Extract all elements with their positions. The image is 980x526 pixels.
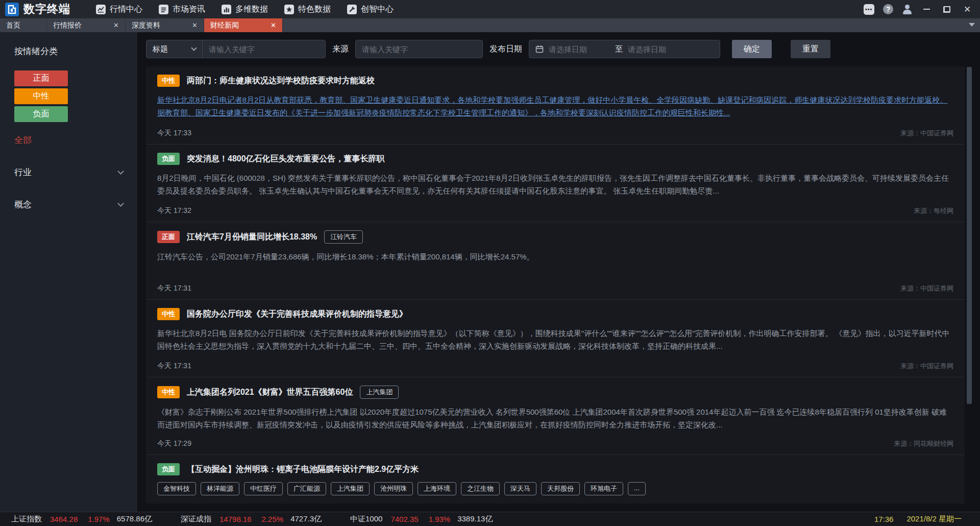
sentiment-filter-positive[interactable]: 正面	[14, 70, 68, 86]
menu-item-multidim-data[interactable]: 多维数据	[213, 0, 276, 18]
stock-tag[interactable]: 林洋能源	[201, 482, 239, 495]
news-title[interactable]: 江铃汽车7月份销量同比增长18.38%	[187, 232, 317, 243]
index-name: 上证指数	[11, 514, 42, 524]
news-body: 新华社北京8月2日电 国务院办公厅日前印发《关于完善科技成果评价机制的指导意见》…	[157, 327, 953, 352]
stock-tag[interactable]: 沧州明珠	[374, 482, 413, 495]
stock-tag[interactable]: 深天马	[504, 482, 536, 495]
news-item[interactable]: 负面 突发消息！4800亿石化巨头发布重要公告，董事长辞职 8月2日晚间，中国石…	[146, 144, 965, 222]
news-time: 今天 17:32	[157, 206, 191, 216]
menu-item-ai-center[interactable]: 创智中心	[339, 0, 402, 18]
stock-tag[interactable]: 之江生物	[461, 482, 500, 495]
index-change: 2.25%	[262, 515, 284, 523]
news-body-link[interactable]: 新华社北京8月2日电记者8月2日从教育部获悉，教育部、国家卫生健康委近日通知要求…	[157, 93, 953, 119]
app-title: 数字终端	[23, 2, 70, 17]
news-item[interactable]: 中性 两部门：师生健康状况达到学校防疫要求时方能返校 新华社北京8月2日电记者8…	[146, 66, 965, 144]
menu-item-market-news[interactable]: 市场资讯	[151, 0, 213, 18]
stock-tag[interactable]: 上海环境	[418, 482, 456, 495]
scrollbar-thumb[interactable]	[967, 67, 972, 404]
date-range-picker[interactable]: 至	[529, 40, 720, 58]
stock-tags-row: 金智科技 林洋能源 中红医疗 广汇能源 上汽集团 沧州明珠 上海环境 之江生物 …	[157, 482, 953, 495]
sentiment-filter-neutral[interactable]: 中性	[14, 88, 68, 104]
tab-quotes[interactable]: 行情报价 ✕	[47, 18, 126, 32]
sentiment-sidebar: 按情绪分类 正面 中性 负面 全部 行业 概念	[0, 32, 138, 512]
news-main-area: 标题 来源 发布日期 至 确定	[138, 32, 980, 512]
news-item[interactable]: 中性 上汽集团名列2021《财富》世界五百强第60位 上汽集团 《财富》杂志于刚…	[146, 377, 965, 455]
tab-close-icon[interactable]: ✕	[113, 21, 119, 29]
news-title[interactable]: 上汽集团名列2021《财富》世界五百强第60位	[187, 387, 353, 398]
index-shenzhen-component[interactable]: 深证成指 14798.16 2.25% 4727.3亿	[181, 514, 322, 524]
news-title[interactable]: 突发消息！4800亿石化巨头发布重要公告，董事长辞职	[187, 154, 385, 164]
news-item[interactable]: 中性 国务院办公厅印发《关于完善科技成果评价机制的指导意见》 新华社北京8月2日…	[146, 299, 965, 377]
sentiment-badge: 中性	[157, 75, 180, 87]
sentiment-badge: 正面	[157, 231, 180, 243]
news-title[interactable]: 【互动掘金】沧州明珠：锂离子电池隔膜年设计产能2.9亿平方米	[187, 464, 419, 475]
tab-home[interactable]: 首页	[0, 18, 47, 32]
source-input[interactable]	[356, 40, 482, 58]
chevron-down-icon	[117, 168, 124, 175]
menu-item-market-center[interactable]: 行情中心	[88, 0, 151, 18]
index-value: 3464.28	[50, 515, 78, 523]
reset-button[interactable]: 重置	[791, 40, 830, 58]
search-field-select[interactable]: 标题	[146, 40, 203, 58]
sidebar-section-industry[interactable]: 行业	[14, 166, 123, 178]
chevron-down-icon	[117, 200, 124, 207]
status-clock: 17:36	[874, 515, 894, 523]
sidebar-section-concept[interactable]: 概念	[14, 199, 123, 210]
news-time: 今天 17:29	[157, 439, 191, 448]
index-name: 中证1000	[350, 514, 382, 524]
minimize-button[interactable]	[919, 2, 934, 17]
sentiment-filter-all[interactable]: 全部	[14, 134, 123, 146]
date-end-input[interactable]	[628, 45, 689, 54]
confirm-button[interactable]: 确定	[732, 40, 772, 58]
user-account-button[interactable]	[901, 3, 914, 15]
stock-tags-more[interactable]: ...	[628, 482, 646, 495]
stock-tag[interactable]: 上汽集团	[360, 386, 399, 399]
user-icon	[902, 4, 913, 14]
tab-close-icon[interactable]: ✕	[271, 21, 276, 29]
index-csi1000[interactable]: 中证1000 7402.35 1.93% 3389.13亿	[350, 514, 493, 524]
index-change: 1.93%	[429, 515, 451, 523]
help-button[interactable]: ?	[882, 3, 894, 15]
index-change: 1.97%	[88, 515, 110, 523]
index-turnover: 3389.13亿	[457, 514, 493, 524]
tab-label: 财经新闻	[210, 21, 239, 30]
stock-tag[interactable]: 江铃汽车	[324, 230, 363, 244]
news-item[interactable]: 负面 【互动掘金】沧州明珠：锂离子电池隔膜年设计产能2.9亿平方米 金智科技 林…	[146, 455, 965, 504]
news-title[interactable]: 国务院办公厅印发《关于完善科技成果评价机制的指导意见》	[187, 309, 407, 320]
close-button[interactable]: ✕	[960, 2, 975, 17]
stock-tag[interactable]: 天邦股份	[541, 482, 580, 495]
tab-close-icon[interactable]: ✕	[192, 21, 198, 29]
index-shanghai-composite[interactable]: 上证指数 3464.28 1.97% 6578.86亿	[11, 514, 152, 524]
feedback-button[interactable]: •••	[863, 3, 875, 15]
tab-financial-news[interactable]: 财经新闻 ✕	[204, 18, 283, 32]
stock-tag[interactable]: 上汽集团	[331, 482, 370, 495]
tab-depth-info[interactable]: 深度资料 ✕	[126, 18, 204, 32]
sentiment-badge: 中性	[157, 308, 180, 320]
news-body: 8月2日晚间，中国石化 (600028，SH) 突然发布关于董事长辞职的公告，称…	[157, 172, 953, 197]
news-title[interactable]: 两部门：师生健康状况达到学校防疫要求时方能返校	[187, 76, 375, 86]
status-date: 2021/8/2 星期一	[906, 514, 962, 524]
news-item[interactable]: 正面 江铃汽车7月份销量同比增长18.38% 江铃汽车 江铃汽车公告，公司202…	[146, 222, 965, 299]
keyword-input[interactable]	[203, 40, 325, 58]
scrollbar-track[interactable]	[967, 67, 972, 512]
app-window: 数字终端 行情中心 市场资讯 多维数据 特色数据	[0, 0, 980, 526]
news-list: 中性 两部门：师生健康状况达到学校防疫要求时方能返校 新华社北京8月2日电记者8…	[146, 66, 965, 504]
date-start-input[interactable]	[549, 45, 610, 54]
stock-tag[interactable]: 中红医疗	[244, 482, 283, 495]
keyword-filter-group: 标题	[146, 40, 326, 58]
help-icon: ?	[883, 4, 893, 14]
stock-tag[interactable]: 金智科技	[157, 482, 196, 495]
tab-label: 行情报价	[53, 21, 82, 30]
sidebar-section-label: 行业	[14, 166, 32, 178]
star-icon	[284, 5, 294, 14]
restore-button[interactable]	[939, 2, 954, 17]
sentiment-filter-negative[interactable]: 负面	[14, 106, 68, 122]
publish-date-label: 发布日期	[489, 44, 522, 55]
tab-overflow-chevron-icon[interactable]	[969, 23, 975, 27]
minimize-icon	[923, 9, 930, 10]
menu-item-label: 特色数据	[298, 4, 331, 15]
menu-item-featured-data[interactable]: 特色数据	[276, 0, 339, 18]
stock-tag[interactable]: 广汇能源	[287, 482, 326, 495]
stock-tag[interactable]: 环旭电子	[584, 482, 623, 495]
close-icon: ✕	[964, 5, 971, 14]
